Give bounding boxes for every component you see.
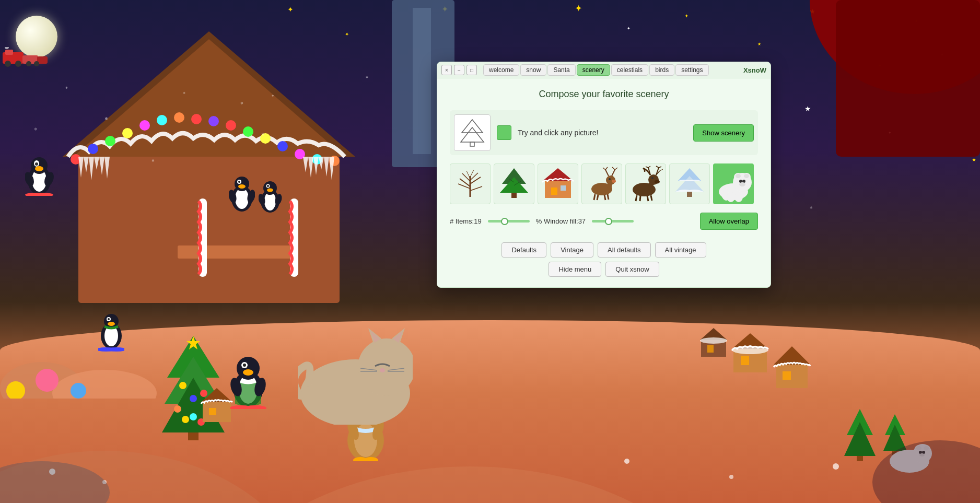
tab-celestials[interactable]: celestials [611, 64, 648, 76]
svg-line-180 [470, 186, 482, 191]
svg-line-214 [656, 166, 659, 168]
scenery-item-reindeer[interactable] [581, 163, 622, 204]
svg-line-177 [466, 171, 470, 179]
items-slider-container [488, 220, 530, 223]
ground [0, 320, 980, 503]
svg-point-209 [651, 177, 654, 179]
svg-line-212 [648, 166, 650, 168]
page-title: Compose your favorite scenery [450, 89, 758, 100]
show-scenery-button[interactable]: Show scenery [693, 124, 754, 142]
svg-line-217 [660, 169, 663, 171]
window-fill-label: % Window fill:37 [536, 217, 586, 225]
svg-line-215 [659, 167, 661, 168]
moon-decoration [16, 16, 57, 57]
svg-marker-182 [500, 177, 528, 193]
house-icon [540, 166, 576, 202]
content-area: Compose your favorite scenery Try and cl… [437, 78, 771, 287]
svg-line-204 [608, 194, 609, 200]
svg-line-197 [605, 167, 608, 170]
reindeer-icon [584, 166, 620, 202]
items-slider[interactable] [488, 220, 530, 223]
scenery-item-moose[interactable] [625, 163, 666, 204]
svg-rect-171 [470, 142, 474, 146]
scenery-item-pine-tree-1[interactable] [494, 163, 534, 204]
svg-line-174 [470, 177, 481, 184]
minimize-button[interactable]: − [454, 65, 464, 75]
svg-line-178 [470, 170, 474, 177]
title-bar: × − □ welcome snow Santa scenery celesti… [437, 62, 771, 78]
svg-rect-189 [561, 185, 566, 191]
svg-line-202 [597, 195, 598, 200]
svg-line-201 [594, 194, 595, 200]
tab-welcome[interactable]: welcome [483, 64, 519, 76]
svg-rect-187 [545, 181, 571, 198]
svg-line-198 [612, 170, 615, 176]
bottom-buttons: Defaults Vintage All defaults All vintag… [450, 242, 758, 277]
svg-point-230 [736, 174, 741, 178]
tab-santa[interactable]: Santa [547, 64, 575, 76]
try-text: Try and click any picture! [518, 128, 687, 137]
tab-birds[interactable]: birds [649, 64, 674, 76]
controls-row: # Items:19 % Window fill:37 Allow overla… [450, 213, 758, 230]
scenery-item-polar-bear[interactable] [713, 163, 754, 204]
svg-line-203 [604, 195, 605, 200]
pine-tree-1-icon [496, 166, 532, 202]
preview-tree-icon [457, 117, 488, 148]
window-fill-slider-container [592, 220, 634, 223]
window-fill-slider[interactable] [592, 220, 634, 223]
svg-line-195 [605, 170, 609, 176]
polar-bear-icon [715, 166, 752, 202]
svg-line-219 [640, 196, 640, 201]
snow-tree-icon [671, 166, 708, 202]
svg-marker-169 [462, 120, 483, 133]
svg-line-199 [612, 167, 615, 170]
svg-point-229 [744, 174, 749, 178]
svg-marker-223 [675, 176, 704, 192]
svg-line-175 [462, 173, 470, 181]
tab-snow[interactable]: snow [520, 64, 546, 76]
defaults-button[interactable]: Defaults [501, 242, 546, 258]
svg-point-194 [609, 178, 611, 180]
maximize-button[interactable]: □ [466, 65, 477, 75]
close-button[interactable]: × [441, 65, 452, 75]
preview-image-box[interactable] [454, 114, 491, 151]
svg-point-233 [739, 182, 745, 186]
app-title: XsnoW [743, 66, 766, 74]
app-window: × − □ welcome snow Santa scenery celesti… [437, 62, 771, 288]
svg-rect-224 [687, 192, 692, 197]
svg-point-236 [727, 192, 735, 202]
svg-line-211 [646, 167, 648, 168]
preview-row: Try and click any picture! Show scenery [450, 110, 758, 155]
scenery-grid [450, 163, 758, 204]
tab-settings[interactable]: settings [675, 64, 708, 76]
svg-point-193 [612, 180, 616, 183]
scenery-item-house[interactable] [538, 163, 578, 204]
scenery-item-bare-tree-1[interactable] [450, 163, 491, 204]
quit-xsnow-button[interactable]: Quit xsnow [605, 262, 659, 277]
items-label: # Items:19 [450, 217, 482, 225]
bare-tree-1-icon [452, 166, 488, 202]
all-defaults-button[interactable]: All defaults [598, 242, 651, 258]
btn-row-1: Defaults Vintage All defaults All vintag… [501, 242, 706, 258]
svg-line-221 [651, 195, 652, 201]
btn-row-2: Hide menu Quit xsnow [549, 262, 659, 277]
vintage-button[interactable]: Vintage [551, 242, 593, 258]
svg-line-196 [603, 168, 605, 170]
svg-rect-188 [551, 188, 557, 195]
color-swatch[interactable] [497, 125, 511, 140]
all-vintage-button[interactable]: All vintage [655, 242, 706, 258]
allow-overlap-button[interactable]: Allow overlap [700, 213, 758, 230]
svg-line-218 [636, 195, 637, 201]
scenery-item-snow-tree[interactable] [669, 163, 710, 204]
svg-point-208 [655, 180, 660, 184]
svg-line-200 [615, 168, 617, 170]
moose-icon [627, 166, 664, 202]
svg-line-220 [647, 196, 648, 201]
svg-point-235 [734, 192, 743, 202]
svg-rect-183 [511, 193, 517, 198]
tab-bar: welcome snow Santa scenery celestials bi… [483, 64, 737, 76]
hide-menu-button[interactable]: Hide menu [549, 262, 601, 277]
tab-scenery[interactable]: scenery [577, 64, 610, 76]
